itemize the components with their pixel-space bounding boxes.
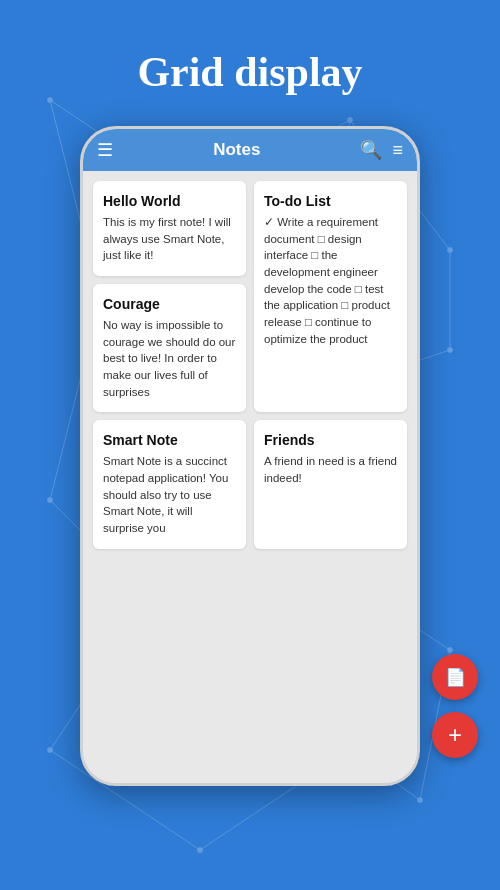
note-card-todo[interactable]: To-do List ✓ Write a requirement documen…: [254, 181, 407, 412]
filter-icon[interactable]: ≡: [392, 140, 403, 161]
note-body-courage: No way is impossible to courage we shoul…: [103, 317, 236, 400]
svg-point-35: [198, 848, 203, 853]
note-card-smart-note[interactable]: Smart Note Smart Note is a succinct note…: [93, 420, 246, 548]
new-note-fab[interactable]: 📄: [432, 654, 478, 700]
menu-icon[interactable]: ☰: [97, 139, 113, 161]
search-icon[interactable]: 🔍: [360, 139, 382, 161]
page-title: Grid display: [0, 0, 500, 126]
note-card-friends[interactable]: Friends A friend in need is a friend ind…: [254, 420, 407, 548]
note-body-todo: ✓ Write a requirement document □ design …: [264, 214, 397, 347]
toolbar-title: Notes: [123, 140, 350, 160]
app-toolbar: ☰ Notes 🔍 ≡: [83, 129, 417, 171]
note-body-smart-note: Smart Note is a succinct notepad applica…: [103, 453, 236, 536]
notes-grid: Hello World This is my first note! I wil…: [83, 171, 417, 783]
note-title-hello-world: Hello World: [103, 193, 236, 209]
svg-point-34: [418, 798, 423, 803]
document-icon: 📄: [445, 667, 466, 688]
note-body-hello-world: This is my first note! I will always use…: [103, 214, 236, 264]
phone-frame: ☰ Notes 🔍 ≡ Hello World This is my first…: [80, 126, 420, 786]
add-icon: +: [448, 723, 462, 747]
note-title-friends: Friends: [264, 432, 397, 448]
note-title-smart-note: Smart Note: [103, 432, 236, 448]
phone-mockup: ☰ Notes 🔍 ≡ Hello World This is my first…: [0, 126, 500, 786]
fab-container: 📄 +: [432, 654, 478, 758]
note-body-friends: A friend in need is a friend indeed!: [264, 453, 397, 486]
note-title-courage: Courage: [103, 296, 236, 312]
note-card-courage[interactable]: Courage No way is impossible to courage …: [93, 284, 246, 412]
note-title-todo: To-do List: [264, 193, 397, 209]
note-card-hello-world[interactable]: Hello World This is my first note! I wil…: [93, 181, 246, 276]
add-fab[interactable]: +: [432, 712, 478, 758]
